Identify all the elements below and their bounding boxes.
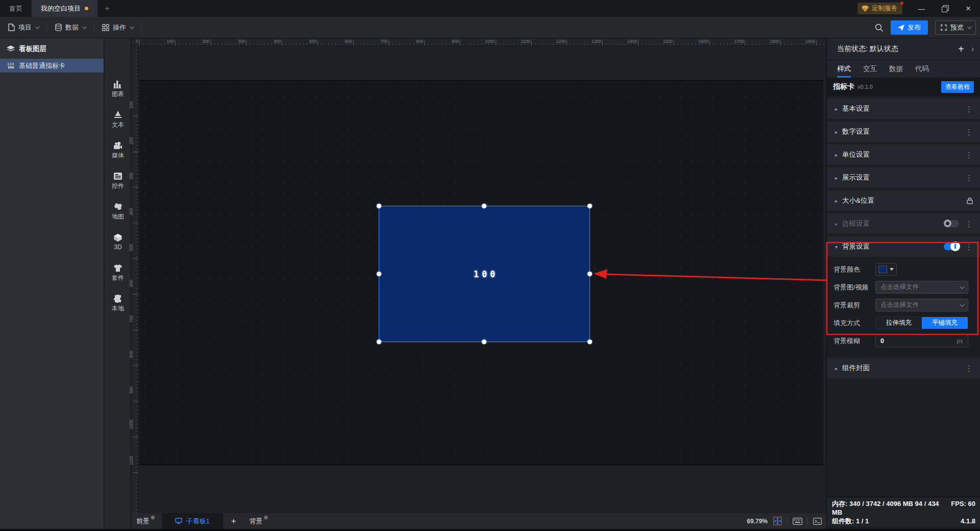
border-toggle-off[interactable] bbox=[944, 220, 959, 227]
lock-icon[interactable] bbox=[967, 197, 973, 204]
ruler-tick: 1000 bbox=[496, 40, 496, 46]
custom-service-button[interactable]: 定制服务 bbox=[857, 3, 902, 14]
tutorial-button[interactable]: 查看教程 bbox=[941, 81, 974, 93]
section-menu-icon[interactable]: ⋮ bbox=[965, 105, 973, 113]
dock-item-charts[interactable]: 图表 bbox=[105, 80, 131, 99]
select-placeholder: 点击选择文件 bbox=[880, 283, 919, 292]
layer-item-indicator-card[interactable]: 123 基础普通指标卡 bbox=[0, 59, 104, 73]
minimize-button[interactable]: — bbox=[910, 0, 933, 17]
puzzle-icon bbox=[113, 295, 122, 303]
ruler-tick: 500 bbox=[317, 40, 318, 46]
dock-item-media[interactable]: 媒体 bbox=[105, 141, 131, 160]
resize-handle-s[interactable] bbox=[482, 340, 486, 344]
console-icon[interactable] bbox=[812, 517, 822, 526]
collapse-arrow-icon: ▸ bbox=[835, 366, 842, 371]
resize-handle-nw[interactable] bbox=[377, 204, 381, 208]
publish-button[interactable]: 发布 bbox=[891, 20, 928, 35]
close-button[interactable]: × bbox=[957, 0, 980, 17]
fit-view-icon[interactable] bbox=[772, 517, 782, 526]
menu-actions[interactable]: 操作 bbox=[94, 17, 141, 38]
preview-label: 预览 bbox=[950, 23, 964, 32]
section-number-settings[interactable]: ▸ 数字设置 ⋮ bbox=[827, 122, 980, 142]
status-bar: 内存: 340 / 3742 / 4096 MB 94 / 434 MB FPS… bbox=[827, 497, 980, 527]
section-basic-settings[interactable]: ▸ 基本设置 ⋮ bbox=[827, 99, 980, 119]
fill-stretch-option[interactable]: 拉伸填充 bbox=[876, 317, 922, 329]
section-component-cover[interactable]: ▸ 组件封面 ⋮ bbox=[827, 358, 980, 378]
background-image-select[interactable]: 点击选择文件 bbox=[875, 281, 968, 294]
chevron-down-icon bbox=[960, 302, 965, 307]
ruler-tick: 1400 bbox=[638, 40, 639, 46]
field-label: 填充方式 bbox=[827, 319, 875, 328]
inspector-panel: 当前状态: 默认状态 + › 样式 交互 数据 代码 指标卡 v0.1.0 查看… bbox=[826, 38, 980, 529]
background-color-picker[interactable] bbox=[875, 263, 897, 276]
app-version: 4.1.8 bbox=[961, 517, 975, 525]
section-menu-icon[interactable]: ⋮ bbox=[965, 174, 973, 182]
number-card-icon: 123 bbox=[7, 63, 15, 68]
background-crop-select[interactable]: 点击选择文件 bbox=[875, 299, 968, 311]
restore-button[interactable] bbox=[933, 0, 957, 17]
collapse-arrow-icon: ▸ bbox=[835, 221, 842, 227]
ruler-tick: 600 bbox=[133, 294, 138, 295]
preview-button[interactable]: 预览 bbox=[935, 20, 976, 35]
component-info-row: 指标卡 v0.1.0 查看教程 bbox=[827, 78, 980, 96]
section-menu-icon[interactable]: ⋮ bbox=[965, 128, 973, 136]
keyboard-shortcuts-icon[interactable] bbox=[792, 517, 802, 526]
background-blur-input[interactable]: 0 px bbox=[875, 334, 968, 347]
section-background-settings[interactable]: ▾ 背景设置 ⋮ bbox=[827, 236, 980, 257]
section-border-settings[interactable]: ▸ 边框设置 ⋮ bbox=[827, 213, 980, 234]
add-state-button[interactable]: + bbox=[958, 43, 964, 55]
dock-item-text[interactable]: 文本 bbox=[105, 111, 131, 129]
collapse-arrow-icon: ▸ bbox=[835, 175, 842, 181]
new-tab-button[interactable]: + bbox=[97, 0, 117, 17]
search-icon[interactable] bbox=[875, 23, 884, 32]
menu-project[interactable]: 项目 bbox=[0, 17, 46, 38]
tab-data[interactable]: 数据 bbox=[889, 60, 903, 78]
expand-states-icon[interactable]: › bbox=[971, 44, 974, 54]
section-unit-settings[interactable]: ▸ 单位设置 ⋮ bbox=[827, 144, 980, 165]
tab-code[interactable]: 代码 bbox=[915, 60, 929, 78]
menu-actions-label: 操作 bbox=[113, 23, 126, 32]
resize-handle-ne[interactable] bbox=[587, 204, 592, 208]
section-menu-icon[interactable]: ⋮ bbox=[965, 220, 973, 228]
section-display-settings[interactable]: ▸ 展示设置 ⋮ bbox=[827, 167, 980, 188]
resize-handle-se[interactable] bbox=[587, 340, 592, 344]
circle-plus-icon[interactable]: ⊕ bbox=[264, 515, 268, 520]
tab-style[interactable]: 样式 bbox=[837, 60, 851, 78]
foreground-button[interactable]: 前景 ⊕ bbox=[131, 517, 158, 526]
inspector-tabs: 样式 交互 数据 代码 bbox=[827, 60, 980, 78]
background-toggle-on[interactable] bbox=[944, 243, 959, 250]
dock-item-controls[interactable]: 控件 bbox=[105, 172, 131, 190]
dock-item-label: 图表 bbox=[112, 90, 124, 99]
background-button[interactable]: 背景 ⊕ bbox=[244, 517, 271, 526]
subboard-tab[interactable]: 子看板1 bbox=[162, 513, 223, 529]
resize-handle-n[interactable] bbox=[482, 204, 486, 208]
dock-item-3d[interactable]: 3D bbox=[105, 233, 131, 251]
dock-item-map[interactable]: 地图 bbox=[105, 203, 131, 221]
tab-home[interactable]: 首页 bbox=[0, 0, 32, 17]
background-blur-row: 背景模糊 0 px bbox=[827, 332, 980, 350]
ruler-tick: 1000 bbox=[133, 437, 138, 437]
chevron-down-icon bbox=[960, 284, 965, 289]
dock-item-kits[interactable]: 套件 bbox=[105, 264, 131, 282]
tab-project[interactable]: 我的空白项目 bbox=[32, 0, 97, 17]
layers-panel-title: 看板图层 bbox=[19, 44, 46, 54]
section-menu-icon[interactable]: ⋮ bbox=[965, 151, 973, 159]
ruler-tick: 1100 bbox=[531, 40, 532, 46]
dock-item-local[interactable]: 本地 bbox=[105, 295, 131, 313]
circle-plus-icon[interactable]: ⊕ bbox=[151, 515, 155, 520]
grid-icon bbox=[102, 24, 109, 31]
menu-data[interactable]: 数据 bbox=[47, 17, 93, 38]
resize-handle-sw[interactable] bbox=[377, 340, 381, 344]
section-menu-icon[interactable]: ⋮ bbox=[965, 243, 973, 251]
section-size-position[interactable]: ▸ 大小&位置 bbox=[827, 190, 980, 211]
field-label: 背景颜色 bbox=[827, 265, 875, 274]
section-menu-icon[interactable]: ⋮ bbox=[965, 365, 973, 372]
resize-handle-e[interactable] bbox=[587, 272, 592, 276]
fill-tile-option[interactable]: 平铺填充 bbox=[922, 317, 968, 329]
add-board-button[interactable]: + bbox=[223, 516, 244, 526]
indicator-card-component[interactable]: 100 bbox=[379, 206, 590, 342]
resize-handle-w[interactable] bbox=[377, 272, 381, 276]
modified-dot-icon bbox=[85, 7, 88, 10]
tab-interaction[interactable]: 交互 bbox=[863, 60, 877, 78]
collapse-arrow-icon: ▸ bbox=[835, 198, 842, 204]
